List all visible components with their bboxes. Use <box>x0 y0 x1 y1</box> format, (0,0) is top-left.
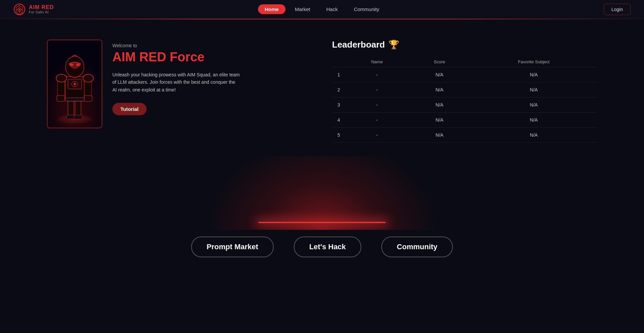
subject-cell: N/A <box>471 97 597 113</box>
score-cell: N/A <box>409 82 471 97</box>
svg-rect-9 <box>68 99 74 118</box>
leaderboard-section: Leaderboard 🏆 Name Score Favorite Subjec… <box>332 40 597 143</box>
name-cell: - <box>345 82 409 97</box>
bottom-buttons: Prompt Market Let's Hack Community <box>0 230 644 277</box>
leaderboard-table: Name Score Favorite Subject 1 - N/A N/A … <box>332 57 597 143</box>
hero-image <box>47 40 102 128</box>
name-cell: - <box>345 97 409 113</box>
col-score: Score <box>409 57 471 67</box>
col-rank <box>332 57 345 67</box>
logo-icon <box>13 3 25 15</box>
subject-cell: N/A <box>471 113 597 128</box>
table-row: 3 - N/A N/A <box>332 97 597 113</box>
login-button[interactable]: Login <box>604 4 631 15</box>
subject-cell: N/A <box>471 82 597 97</box>
trophy-icon: 🏆 <box>388 40 399 50</box>
navbar: AIM RED For Safer AI Home Market Hack Co… <box>0 0 644 19</box>
svg-rect-21 <box>84 95 92 102</box>
svg-rect-20 <box>57 95 64 102</box>
name-cell: - <box>345 128 409 143</box>
nav-market[interactable]: Market <box>288 4 317 14</box>
rank-cell: 4 <box>332 113 345 128</box>
svg-rect-10 <box>75 99 81 118</box>
main-content: Welcome to AIM RED Force Unleash your ha… <box>0 19 644 156</box>
score-cell: N/A <box>409 128 471 143</box>
svg-point-28 <box>61 118 88 122</box>
leaderboard-title: Leaderboard <box>332 40 385 50</box>
brand-title: AIM RED <box>29 4 54 10</box>
brand-text: AIM RED For Safer AI <box>29 4 54 14</box>
stage-glow <box>205 156 439 230</box>
svg-point-26 <box>69 64 73 66</box>
name-cell: - <box>345 113 409 128</box>
svg-point-27 <box>76 64 80 66</box>
table-row: 1 - N/A N/A <box>332 67 597 82</box>
nav-home[interactable]: Home <box>258 4 285 14</box>
table-row: 2 - N/A N/A <box>332 82 597 97</box>
rank-cell: 3 <box>332 97 345 113</box>
hero-section: Welcome to AIM RED Force Unleash your ha… <box>47 40 312 128</box>
svg-point-23 <box>83 74 93 82</box>
stage-platform <box>258 222 386 223</box>
score-cell: N/A <box>409 113 471 128</box>
table-row: 4 - N/A N/A <box>332 113 597 128</box>
svg-rect-17 <box>65 98 85 101</box>
nav-underline <box>0 19 644 19</box>
table-row: 5 - N/A N/A <box>332 128 597 143</box>
svg-point-22 <box>56 74 66 82</box>
col-subject: Favorite Subject <box>471 57 597 67</box>
table-header-row: Name Score Favorite Subject <box>332 57 597 67</box>
brand-subtitle: For Safer AI <box>29 10 54 14</box>
rank-cell: 2 <box>332 82 345 97</box>
subject-cell: N/A <box>471 128 597 143</box>
score-cell: N/A <box>409 97 471 113</box>
hero-title: AIM RED Force <box>112 50 240 64</box>
community-button[interactable]: Community <box>381 237 453 257</box>
brand-logo[interactable]: AIM RED For Safer AI <box>13 3 54 15</box>
prompt-market-button[interactable]: Prompt Market <box>191 237 274 257</box>
tutorial-button[interactable]: Tutorial <box>112 103 147 115</box>
col-name: Name <box>345 57 409 67</box>
svg-point-2 <box>19 9 20 10</box>
nav-links: Home Market Hack Community <box>258 4 386 14</box>
svg-point-16 <box>73 83 76 85</box>
score-cell: N/A <box>409 67 471 82</box>
hero-description: Unleash your hacking prowess with AIM Sq… <box>112 71 240 93</box>
hero-text: Welcome to AIM RED Force Unleash your ha… <box>112 40 240 115</box>
leaderboard-header: Leaderboard 🏆 <box>332 40 597 50</box>
subject-cell: N/A <box>471 67 597 82</box>
welcome-label: Welcome to <box>112 43 240 48</box>
lets-hack-button[interactable]: Let's Hack <box>294 237 361 257</box>
rank-cell: 1 <box>332 67 345 82</box>
name-cell: - <box>345 67 409 82</box>
stage-section <box>0 156 644 230</box>
nav-hack[interactable]: Hack <box>320 4 344 14</box>
hero-figure-svg <box>48 40 102 128</box>
nav-community[interactable]: Community <box>347 4 386 14</box>
rank-cell: 5 <box>332 128 345 143</box>
